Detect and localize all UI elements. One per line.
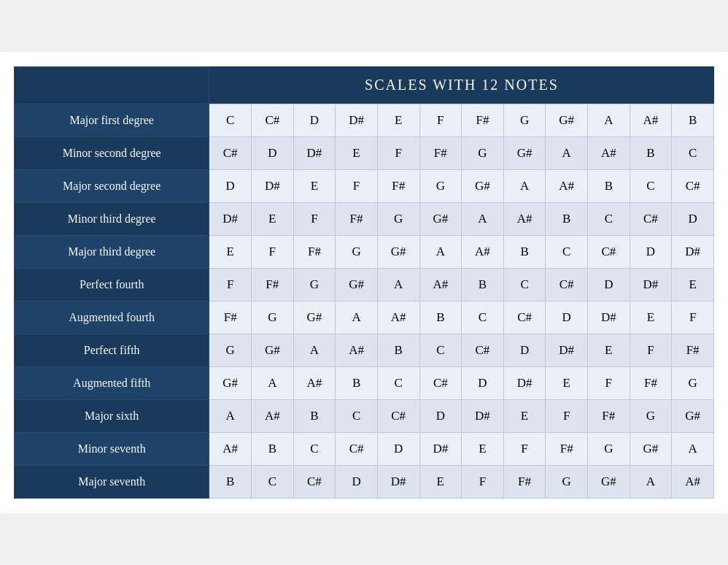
note-cell: G [419, 170, 462, 203]
note-cell: F [336, 170, 378, 203]
note-cell: G# [252, 334, 294, 367]
note-cell: G# [462, 170, 504, 203]
note-cell: C# [377, 400, 419, 433]
note-cell: B [377, 334, 419, 367]
scales-table: SCALES WITH 12 NOTES Major first degreeC… [14, 66, 714, 499]
table-row: Major second degreeDD#EFF#GG#AA#BCC# [15, 170, 714, 203]
degree-label: Perfect fifth [15, 334, 209, 367]
degree-label: Major sixth [15, 400, 209, 433]
note-cell: C# [419, 367, 462, 400]
note-cell: A [419, 236, 462, 269]
note-cell: G# [419, 203, 462, 236]
note-cell: C [588, 203, 630, 236]
note-cell: G# [336, 269, 378, 301]
degree-label: Perfect fourth [15, 269, 209, 301]
note-cell: G [630, 400, 672, 433]
table-row: Augmented fourthF#GG#AA#BCC#DD#EF [15, 301, 714, 334]
note-cell: F [462, 466, 504, 499]
note-cell: C# [672, 170, 714, 203]
note-cell: C# [462, 334, 504, 367]
note-cell: F# [630, 367, 672, 400]
degree-label: Minor third degree [15, 203, 209, 236]
degree-label: Augmented fourth [15, 301, 209, 334]
note-cell: A [588, 104, 630, 137]
note-cell: A [630, 466, 672, 499]
degree-label: Minor second degree [15, 137, 209, 170]
note-cell: C [630, 170, 672, 203]
note-cell: B [293, 400, 336, 433]
note-cell: C [503, 269, 546, 301]
note-cell: C [377, 367, 419, 400]
note-cell: A [462, 203, 504, 236]
note-cell: F# [672, 334, 714, 367]
note-cell: B [546, 203, 588, 236]
note-cell: G# [546, 104, 588, 137]
note-cell: G [252, 301, 294, 334]
note-cell: D [377, 433, 419, 466]
note-cell: C [672, 137, 714, 170]
note-cell: F [293, 203, 336, 236]
note-cell: D [419, 400, 462, 433]
header-row: SCALES WITH 12 NOTES [15, 66, 714, 104]
note-cell: F# [293, 236, 336, 269]
note-cell: G# [377, 236, 419, 269]
note-cell: C [293, 433, 336, 466]
note-cell: A# [546, 170, 588, 203]
note-cell: G [462, 137, 504, 170]
table-row: Minor second degreeC#DD#EFF#GG#AA#BC [15, 137, 714, 170]
note-cell: D# [588, 301, 630, 334]
note-cell: F# [503, 466, 546, 499]
note-cell: C# [293, 466, 336, 499]
table-row: Major first degreeCC#DD#EFF#GG#AA#B [15, 104, 714, 137]
note-cell: C [252, 466, 294, 499]
table-row: Perfect fourthFF#GG#AA#BCC#DD#E [15, 269, 714, 301]
table-title: SCALES WITH 12 NOTES [209, 66, 714, 104]
table-row: Augmented fifthG#AA#BCC#DD#EFF#G [15, 367, 714, 400]
note-cell: D# [672, 236, 714, 269]
degree-label: Augmented fifth [15, 367, 209, 400]
note-cell: A# [462, 236, 504, 269]
table-row: Major sixthAA#BCC#DD#EFF#GG# [15, 400, 714, 433]
note-cell: G [503, 104, 546, 137]
note-cell: C# [209, 137, 252, 170]
note-cell: E [252, 203, 294, 236]
note-cell: G [672, 367, 714, 400]
note-cell: A# [293, 367, 336, 400]
table-row: Major third degreeEFF#GG#AA#BCC#DD# [15, 236, 714, 269]
table-row: Minor seventhA#BCC#DD#EFF#GG#A [15, 433, 714, 466]
note-cell: D# [630, 269, 672, 301]
note-cell: C [462, 301, 504, 334]
table-row: Minor third degreeD#EFF#GG#AA#BCC#D [15, 203, 714, 236]
note-cell: D [588, 269, 630, 301]
note-cell: D# [462, 400, 504, 433]
note-cell: F# [419, 137, 462, 170]
note-cell: G# [209, 367, 252, 400]
note-cell: A [503, 170, 546, 203]
note-cell: G [209, 334, 252, 367]
note-cell: C# [503, 301, 546, 334]
note-cell: A [377, 269, 419, 301]
degree-label: Minor seventh [15, 433, 209, 466]
note-cell: D# [252, 170, 294, 203]
note-cell: D [630, 236, 672, 269]
note-cell: B [672, 104, 714, 137]
note-cell: D [336, 466, 378, 499]
note-cell: C# [336, 433, 378, 466]
note-cell: A# [252, 400, 294, 433]
table-row: Major seventhBCC#DD#EFF#GG#AA# [15, 466, 714, 499]
degree-label: Major first degree [15, 104, 209, 137]
note-cell: E [630, 301, 672, 334]
note-cell: F [672, 301, 714, 334]
note-cell: C [546, 236, 588, 269]
note-cell: A [252, 367, 294, 400]
note-cell: G# [503, 137, 546, 170]
note-cell: D# [419, 433, 462, 466]
note-cell: F# [462, 104, 504, 137]
note-cell: D# [209, 203, 252, 236]
note-cell: B [630, 137, 672, 170]
note-cell: D [293, 104, 336, 137]
note-cell: A [293, 334, 336, 367]
note-cell: B [336, 367, 378, 400]
note-cell: F# [209, 301, 252, 334]
note-cell: A# [672, 466, 714, 499]
